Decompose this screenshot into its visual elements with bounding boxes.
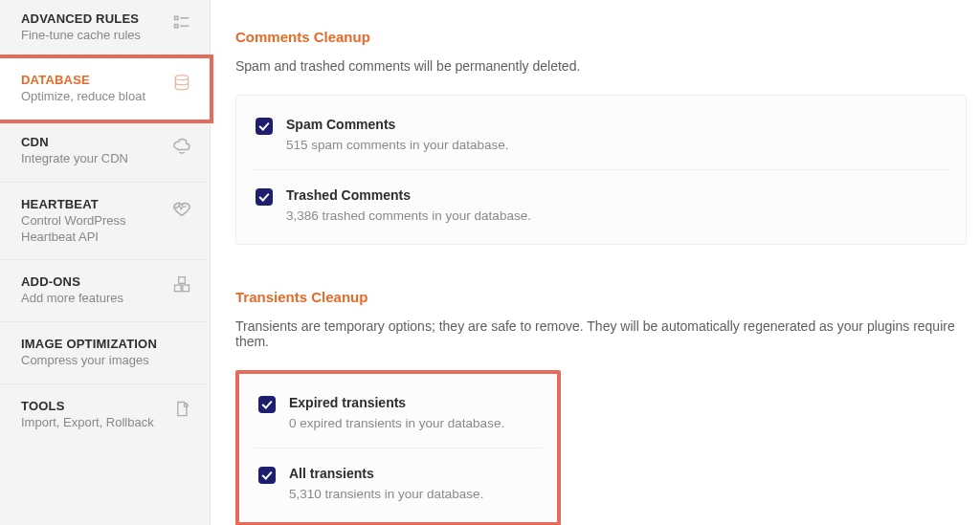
settings-sidebar: ADVANCED RULES Fine-tune cache rules DAT…: [0, 0, 211, 525]
svg-rect-6: [175, 285, 182, 292]
sidebar-item-sub: Fine-tune cache rules: [21, 28, 164, 44]
option-label: Trashed Comments: [286, 187, 531, 203]
svg-point-8: [184, 404, 188, 407]
document-gear-icon: [171, 399, 192, 420]
option-label: All transients: [289, 466, 483, 481]
option-trashed-comments[interactable]: Trashed Comments 3,386 trashed comments …: [252, 169, 950, 240]
checkbox-checked-icon[interactable]: [258, 396, 276, 413]
sidebar-item-label: CDN: [21, 135, 164, 149]
sidebar-item-label: HEARTBEAT: [21, 197, 164, 211]
option-sub: 3,386 trashed comments in your database.: [286, 208, 531, 223]
sidebar-item-heartbeat[interactable]: HEARTBEAT Control WordPress Heartbeat AP…: [0, 182, 210, 260]
section-title: Transients Cleanup: [235, 289, 967, 305]
sidebar-item-tools[interactable]: TOOLS Import, Export, Rollback: [0, 383, 210, 446]
sidebar-item-sub: Import, Export, Rollback: [21, 415, 164, 431]
sidebar-item-image-optimization[interactable]: IMAGE OPTIMIZATION Compress your images: [0, 321, 210, 383]
sidebar-item-sub: Compress your images: [21, 353, 192, 369]
section-title: Comments Cleanup: [235, 29, 967, 45]
comments-cleanup-section: Comments Cleanup Spam and trashed commen…: [235, 29, 967, 245]
sidebar-item-label: TOOLS: [21, 399, 164, 413]
checkbox-checked-icon[interactable]: [258, 467, 276, 484]
svg-rect-7: [183, 285, 189, 292]
settings-main: Comments Cleanup Spam and trashed commen…: [211, 0, 980, 525]
option-sub: 0 expired transients in your database.: [289, 416, 504, 430]
checkbox-checked-icon[interactable]: [256, 188, 273, 206]
svg-rect-0: [175, 16, 178, 19]
sidebar-item-cdn[interactable]: CDN Integrate your CDN: [0, 120, 210, 182]
sidebar-item-label: ADVANCED RULES: [21, 11, 164, 26]
checkbox-checked-icon[interactable]: [256, 118, 273, 135]
option-sub: 515 spam comments in your database.: [286, 138, 509, 152]
svg-point-4: [175, 76, 188, 80]
list-icon: [171, 11, 192, 33]
sidebar-item-advanced-rules[interactable]: ADVANCED RULES Fine-tune cache rules: [0, 4, 210, 58]
comments-options-box: Spam Comments 515 spam comments in your …: [235, 95, 967, 245]
option-sub: 5,310 transients in your database.: [289, 487, 483, 501]
database-icon: [171, 73, 192, 94]
sidebar-item-sub: Add more features: [21, 291, 164, 307]
sidebar-item-sub: Control WordPress Heartbeat API: [21, 213, 164, 246]
option-label: Expired transients: [289, 395, 504, 410]
option-label: Spam Comments: [286, 117, 509, 132]
sidebar-item-sub: Optimize, reduce bloat: [21, 89, 164, 105]
section-desc: Spam and trashed comments will be perman…: [235, 58, 967, 74]
transients-options-box: Expired transients 0 expired transients …: [235, 370, 561, 525]
sidebar-item-sub: Integrate your CDN: [21, 151, 164, 167]
transients-cleanup-section: Transients Cleanup Transients are tempor…: [235, 289, 967, 525]
option-spam-comments[interactable]: Spam Comments 515 spam comments in your …: [252, 99, 950, 169]
sidebar-item-label: IMAGE OPTIMIZATION: [21, 337, 192, 351]
sidebar-item-label: DATABASE: [21, 73, 164, 87]
option-expired-transients[interactable]: Expired transients 0 expired transients …: [255, 378, 542, 448]
cloud-icon: [171, 135, 192, 156]
sidebar-item-addons[interactable]: ADD-ONS Add more features: [0, 259, 210, 321]
section-desc: Transients are temporary options; they a…: [235, 318, 967, 349]
boxes-icon: [171, 274, 192, 295]
heartbeat-icon: [171, 197, 192, 218]
sidebar-item-database[interactable]: DATABASE Optimize, reduce bloat: [0, 55, 213, 123]
option-all-transients[interactable]: All transients 5,310 transients in your …: [255, 448, 542, 518]
svg-rect-5: [179, 277, 186, 284]
sidebar-item-label: ADD-ONS: [21, 274, 164, 289]
svg-rect-2: [175, 25, 178, 28]
